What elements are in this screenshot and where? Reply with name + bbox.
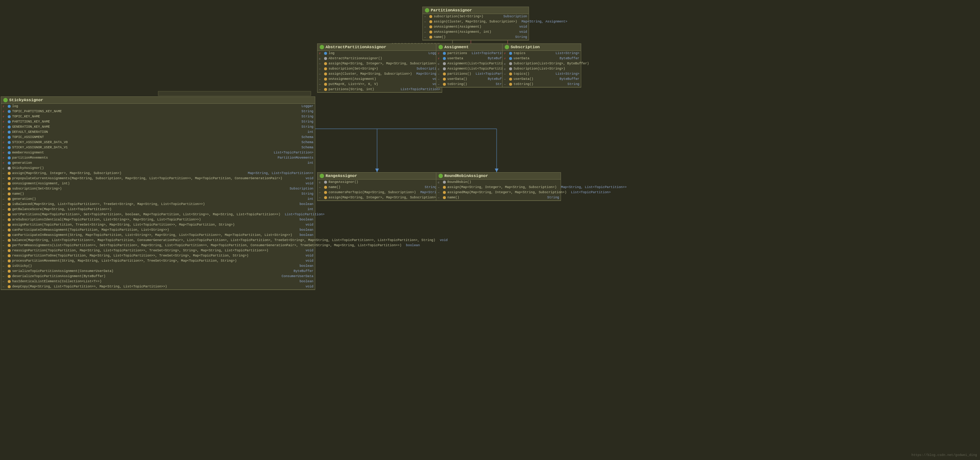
table-row: f TOPIC_PARTITIONS_KEY_NAME String	[1, 109, 315, 114]
vis-icon: f	[438, 57, 441, 60]
constructor-icon	[324, 57, 327, 60]
vis-icon: ~	[319, 67, 323, 71]
assignment-icon	[439, 45, 443, 49]
diagram-container: PartitionAssignor ~ subscription(Set<Str…	[0, 0, 980, 460]
table-row: ~ toString() String	[503, 82, 581, 87]
field-icon	[8, 136, 11, 139]
method-icon	[8, 213, 11, 216]
method-icon	[8, 239, 11, 242]
round-robin-fields: c RoundRobin() ~ assign(Map<String, Inte…	[436, 180, 561, 201]
vis-icon: f	[3, 131, 6, 134]
partition-assignor-icon	[425, 8, 429, 13]
vis-icon: f	[3, 120, 6, 124]
constructor-icon	[443, 67, 446, 70]
table-row: c RoundRobin()	[436, 180, 561, 185]
subscription-title: Subscription	[511, 45, 540, 49]
table-row: ~ subscription(Set<String>) Subscription	[1, 186, 315, 191]
table-row: ~ putMap<K, List<V>>, K, V) void	[317, 82, 442, 87]
constructor-icon	[443, 62, 446, 65]
table-row: ~ hasIdenticalListElements(Collection<Li…	[1, 279, 315, 284]
table-row: ~ partitions() List<TopicPartition>	[436, 72, 509, 76]
vis-icon: ~	[3, 275, 6, 278]
vis-icon: c	[504, 67, 508, 71]
vis-icon: ~	[319, 78, 323, 81]
subscription-header: Subscription	[503, 44, 581, 51]
vis-icon: ~	[3, 208, 6, 211]
table-row: ~ name() String	[317, 185, 438, 190]
method-icon	[324, 191, 327, 194]
table-row: ~ topics() List<String>	[503, 72, 581, 76]
constructor-icon	[8, 167, 11, 170]
method-icon	[8, 208, 11, 211]
table-row: f generation int	[1, 161, 315, 166]
table-row: f STICKY_ASSIGNOR_USER_DATA_V1 Schema	[1, 145, 315, 150]
abstract-pa-icon	[320, 45, 324, 49]
vis-icon: ~	[319, 62, 323, 65]
vis-icon: c	[504, 62, 508, 65]
vis-icon: ~	[319, 191, 323, 194]
vis-icon: ~	[3, 203, 6, 206]
method-icon	[324, 62, 327, 65]
table-row: f memberAssignment List<TopicPartition>	[1, 150, 315, 155]
method-icon	[8, 259, 11, 263]
vis-icon: c	[319, 181, 323, 184]
table-row: c AbstractPartitionAssignor()	[317, 56, 442, 61]
table-row: ~ partitions(String, int) List<TopicPart…	[317, 87, 442, 92]
table-row: f log Logger	[317, 51, 442, 56]
method-icon	[8, 234, 11, 237]
field-icon	[8, 126, 11, 129]
table-row: ~ reassignPartitionToOne(TopicPartition,…	[1, 253, 315, 258]
field-icon	[8, 131, 11, 134]
table-row: ~ serializeTopicPartitionAssignment(Cons…	[1, 269, 315, 274]
vis-icon: f	[3, 136, 6, 139]
method-icon	[8, 280, 11, 283]
vis-icon: f	[3, 141, 6, 144]
vis-icon: f	[3, 156, 6, 160]
table-row: ~ canParticipateInReassignment(String, M…	[1, 232, 315, 238]
table-row: c Assignment(List<TopicPartition>)	[436, 66, 509, 72]
table-row: ~ getBalanceScore(Map<String, List<Topic…	[1, 207, 315, 212]
vis-icon: ~	[3, 197, 6, 201]
method-icon	[8, 177, 11, 180]
vis-icon: c	[438, 62, 441, 65]
table-row: ~ generation() int	[1, 196, 315, 202]
vis-icon: f	[3, 146, 6, 150]
method-icon	[429, 30, 432, 33]
table-row: ~ onAssignment(Assignment) void	[423, 24, 529, 29]
method-icon	[8, 182, 11, 185]
vis-icon: ~	[3, 193, 6, 196]
vis-icon: ~	[3, 270, 6, 273]
vis-icon: ~	[3, 223, 6, 227]
table-row: f userData ByteBuffer	[503, 56, 581, 61]
range-assignor-icon	[320, 174, 324, 178]
vis-icon: ~	[3, 187, 6, 191]
table-row: f STICKY_ASSIGNOR_USER_DATA_V0 Schema	[1, 140, 315, 145]
table-row: ~ assign(Map<String, Integer>, Map<Strin…	[317, 61, 442, 66]
vis-icon: f	[438, 52, 441, 55]
vis-icon: ~	[424, 30, 428, 34]
table-row: ~ isBalanced(Map<String, List<TopicParti…	[1, 202, 315, 207]
method-icon	[443, 191, 446, 194]
method-icon	[8, 229, 11, 231]
vis-icon: f	[3, 110, 6, 113]
table-row: ~ subscription(Set<String>) Subscription	[423, 14, 529, 19]
vis-icon: ~	[3, 234, 6, 237]
range-assignor-fields: c RangeAssignor() ~ name() String ~ cons…	[317, 180, 438, 201]
sticky-assignor-header: StickyAssignor	[1, 97, 315, 104]
field-icon	[8, 105, 11, 108]
method-icon	[8, 275, 11, 278]
vis-icon: ~	[319, 196, 323, 199]
table-row: ~ subscription(Set<String>) Subscription	[317, 66, 442, 72]
vis-icon: ~	[319, 73, 323, 76]
vis-icon: ~	[3, 280, 6, 283]
table-row: ~ processPartitionMovement(String, Map<S…	[1, 258, 315, 264]
vis-icon: f	[3, 115, 6, 118]
vis-icon: c	[319, 57, 323, 60]
vis-icon: ~	[3, 172, 6, 175]
table-row: ~ assignedMap(Map<String, Integer>, Map<…	[436, 190, 561, 195]
method-icon	[429, 20, 432, 23]
table-row: ~ balance(Map<String, List<TopicPartitio…	[1, 238, 315, 243]
vis-icon: ~	[319, 186, 323, 189]
method-icon	[509, 83, 512, 86]
table-row: ~ assign(Cluster, Map<String, Subscripti…	[317, 72, 442, 76]
